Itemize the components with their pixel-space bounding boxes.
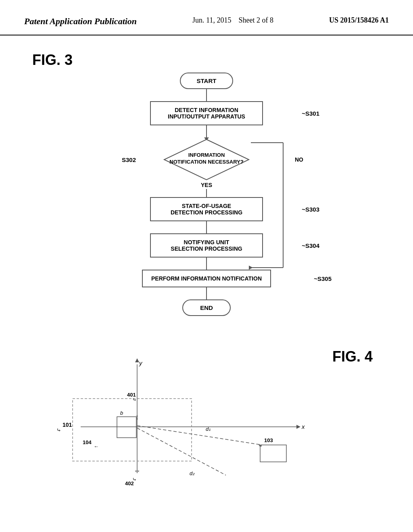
main-content: FIG. 3 START DETECT INFORMATIONINPUT/OUT… <box>0 35 413 526</box>
fig3-section: FIG. 3 START DETECT INFORMATIONINPUT/OUT… <box>24 52 389 316</box>
svg-rect-28 <box>260 445 286 462</box>
page-header: Patent Application Publication Jun. 11, … <box>0 0 413 35</box>
sheet-total: of 8 <box>262 16 273 24</box>
svg-rect-15 <box>73 399 192 461</box>
svg-line-26 <box>137 426 262 445</box>
svg-text:⤷: ⤷ <box>132 476 137 482</box>
fig4-section: FIG. 4 y x 101 ⤷ 104 ← 401 ⤷ <box>24 348 389 509</box>
svg-text:d₂: d₂ <box>190 470 195 476</box>
svg-text:101: 101 <box>63 422 72 428</box>
svg-text:x: x <box>301 423 305 430</box>
svg-line-31 <box>137 428 226 475</box>
pub-date: Jun. 11, 2015 <box>192 16 231 24</box>
sheet-number: Sheet 2 <box>238 16 260 24</box>
svg-text:⤷: ⤷ <box>258 443 263 449</box>
svg-text:103: 103 <box>264 437 273 443</box>
svg-text:y: y <box>139 360 143 366</box>
svg-marker-11 <box>296 425 300 429</box>
patent-number: US 2015/158426 A1 <box>329 16 389 25</box>
no-path-svg <box>106 38 307 320</box>
svg-text:d₁: d₁ <box>206 426 211 432</box>
svg-text:←: ← <box>94 443 99 449</box>
svg-text:⤷: ⤷ <box>56 427 61 433</box>
svg-text:⤷: ⤷ <box>132 397 137 403</box>
svg-marker-8 <box>135 358 139 362</box>
publication-title: Patent Application Publication <box>24 16 137 27</box>
fig4-label: FIG. 4 <box>332 348 373 365</box>
fig4-diagram: y x 101 ⤷ 104 ← 401 ⤷ b <box>48 356 323 501</box>
svg-marker-6 <box>249 266 253 270</box>
sheet-info: Jun. 11, 2015 Sheet 2 of 8 <box>192 16 273 25</box>
svg-text:104: 104 <box>83 439 92 445</box>
s305-label: ~S305 <box>314 275 332 282</box>
svg-text:b: b <box>120 410 123 416</box>
svg-rect-18 <box>117 417 136 438</box>
